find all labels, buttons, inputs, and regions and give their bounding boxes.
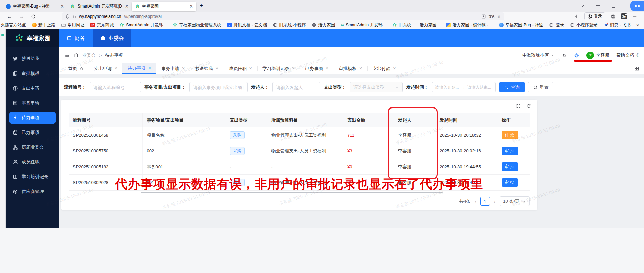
module-committee[interactable]: 业委会 <box>93 29 131 47</box>
tab-training-records[interactable]: 学习培训记录✕ <box>257 63 300 74</box>
prev-page-button[interactable]: ‹ <box>475 199 476 204</box>
search-button[interactable]: 查询 <box>499 82 525 92</box>
bookmark-item[interactable]: ∞SmartAdmin 开发环... <box>341 22 386 28</box>
avatar[interactable]: 李 <box>586 52 594 59</box>
tab-member-positions[interactable]: 成员任职✕ <box>224 63 257 74</box>
close-tab-icon[interactable]: ✕ <box>292 66 295 71</box>
selenium-extension-icon[interactable]: Se <box>621 13 627 19</box>
close-tab-icon[interactable]: ✕ <box>60 4 64 9</box>
close-tab-icon[interactable]: ✕ <box>325 66 328 71</box>
back-button[interactable]: ← <box>7 13 12 19</box>
shield-icon[interactable] <box>65 14 70 19</box>
page-size-select[interactable]: 10 条/页 <box>500 196 530 206</box>
pinned-favicon-dot[interactable] <box>1 34 4 36</box>
bookmark-item[interactable]: 火狐官方站点 <box>1 22 26 28</box>
extension-puzzle-icon[interactable] <box>611 14 616 19</box>
translate-icon[interactable]: 文A <box>489 14 494 19</box>
pay-button[interactable]: 付款 <box>502 131 518 139</box>
browser-tab-zentao[interactable]: 幸福家园-Bug - 禅道 ✕ <box>3 2 67 11</box>
url-bar[interactable]: wy.happyhomeland.cn/#/pending-approval 文… <box>62 12 504 20</box>
bookmark-item[interactable]: 活力家园 <box>312 22 335 28</box>
browser-tab-smartadmin[interactable]: SmartAdmin 开发环境(Dev) ✕ <box>67 2 132 11</box>
sidebar-item-training-records[interactable]: 学习培训记录 <box>9 171 56 183</box>
sidebar-item-pending-items[interactable]: 待办事项 <box>9 112 56 124</box>
sidebar-item-expense-request[interactable]: 支出申请 <box>9 82 56 94</box>
home-icon[interactable] <box>73 53 79 58</box>
bookmark-item[interactable]: SmartAdmin 开发环... <box>119 22 166 28</box>
help-docs-link[interactable]: 帮助文档《 <box>616 52 639 58</box>
close-tab-icon[interactable]: ✕ <box>189 4 193 9</box>
restore-button[interactable] <box>612 4 615 8</box>
forward-button[interactable]: → <box>19 13 24 19</box>
close-tab-icon[interactable]: ✕ <box>125 4 129 9</box>
downloads-icon[interactable] <box>574 14 579 19</box>
close-tab-icon[interactable]: ✕ <box>393 66 396 71</box>
expense-type-select[interactable]: 请选择支出类型 <box>350 82 403 92</box>
tab-home[interactable]: 首页 <box>63 63 89 74</box>
sidebar-item-cc-to-me[interactable]: 抄送给我 <box>9 53 56 65</box>
bookmark-item[interactable]: JD京东商城 <box>90 22 114 28</box>
close-tab-icon[interactable]: ✕ <box>182 66 185 71</box>
collapse-sidebar-icon[interactable] <box>65 53 70 58</box>
community-selector[interactable]: 中海玫瑰小区 <box>522 52 555 58</box>
close-tab-icon[interactable]: ✕ <box>114 66 117 71</box>
tab-cc-to-me[interactable]: 抄送给我✕ <box>190 63 224 74</box>
reload-button[interactable] <box>31 14 36 19</box>
breadcrumb-section[interactable]: 业委会 <box>82 52 96 58</box>
tab-expense-payment[interactable]: 支出付款✕ <box>367 63 401 74</box>
bookmarks-overflow-chevron[interactable]: » <box>636 22 642 28</box>
menu-hamburger-icon[interactable] <box>632 14 637 19</box>
close-tab-icon[interactable]: ✕ <box>215 66 219 71</box>
bookmark-item[interactable]: 旧系统——活力家园... <box>392 22 440 28</box>
bookmark-item[interactable]: ≡腾讯文档 - 云文档 <box>227 22 267 28</box>
approve-button[interactable]: 审批 <box>502 162 518 171</box>
bookmark-item[interactable]: 登录 <box>549 22 564 28</box>
save-page-icon[interactable] <box>481 14 486 19</box>
account-login-button[interactable]: 登录 <box>584 12 605 20</box>
bookmark-item[interactable]: 旧系统-小程序 <box>273 22 306 28</box>
bookmark-item[interactable]: 幸福家园-Bug - 禅道 <box>499 22 543 28</box>
bookmark-folder[interactable]: 常用网址 <box>61 22 84 28</box>
page-number-current[interactable]: 1 <box>480 197 490 206</box>
bookmark-item[interactable]: 消息 - 飞书 <box>604 22 631 28</box>
bookmark-star-icon[interactable]: ☆ <box>497 14 501 19</box>
tab-affair-request[interactable]: 事务申请✕ <box>156 63 190 74</box>
sidebar-item-approval-templates[interactable]: 审批模板 <box>9 67 56 80</box>
initiator-input[interactable] <box>272 82 320 92</box>
tab-pending-items-active[interactable]: 待办事项✕ <box>122 63 156 74</box>
sidebar-item-affair-request[interactable]: 事务申请 <box>9 97 56 109</box>
bell-icon[interactable] <box>562 53 567 58</box>
close-tab-icon[interactable]: ✕ <box>148 66 151 70</box>
browser-tab-happyhome-active[interactable]: 幸福家园 ✕ <box>132 2 196 11</box>
project-input[interactable] <box>189 82 248 92</box>
flow-no-input[interactable] <box>90 82 141 92</box>
bookmark-item[interactable]: 新手上路 <box>32 22 55 28</box>
bookmark-item[interactable]: 小程序登录 <box>570 22 597 28</box>
range-start-placeholder: 请输入开始... <box>435 84 459 90</box>
gear-icon[interactable] <box>574 53 579 58</box>
approve-button[interactable]: 审批 <box>502 147 518 155</box>
sidebar-item-past-committees[interactable]: 历届业委会 <box>9 141 56 153</box>
minimize-button[interactable] <box>596 5 600 6</box>
browser-profile-badge[interactable] <box>630 1 644 11</box>
layout-grid-icon[interactable] <box>634 66 639 71</box>
tab-approval-templates[interactable]: 审批模板✕ <box>334 63 367 74</box>
tab-done-items[interactable]: 已办事项✕ <box>300 63 333 74</box>
current-user[interactable]: 李 李客服 <box>586 52 609 59</box>
sidebar-item-done-items[interactable]: 已办事项 <box>9 126 56 139</box>
bookmark-item[interactable]: 幸福家园物业管理系统 <box>173 22 221 28</box>
list-tabs-chevron-icon[interactable] <box>581 4 585 8</box>
bookmark-item[interactable]: 活力家园 - 设计稿 - ... <box>446 22 493 28</box>
sidebar-item-member-positions[interactable]: 成员任职 <box>9 156 56 168</box>
next-page-button[interactable]: › <box>494 199 495 204</box>
refresh-loop-icon[interactable] <box>526 104 531 109</box>
new-tab-button[interactable]: + <box>200 2 203 9</box>
reset-button[interactable]: 重置 <box>528 82 553 92</box>
start-time-range-picker[interactable]: 请输入开始... → 请输入结束... <box>432 82 496 92</box>
close-tab-icon[interactable]: ✕ <box>249 66 252 71</box>
module-finance[interactable]: 财务 <box>59 29 93 47</box>
fullscreen-icon[interactable] <box>516 104 521 109</box>
sidebar-item-supplier-management[interactable]: 供应商管理 <box>9 185 56 198</box>
close-tab-icon[interactable]: ✕ <box>359 66 362 71</box>
tab-expense-request[interactable]: 支出申请✕ <box>89 63 122 74</box>
